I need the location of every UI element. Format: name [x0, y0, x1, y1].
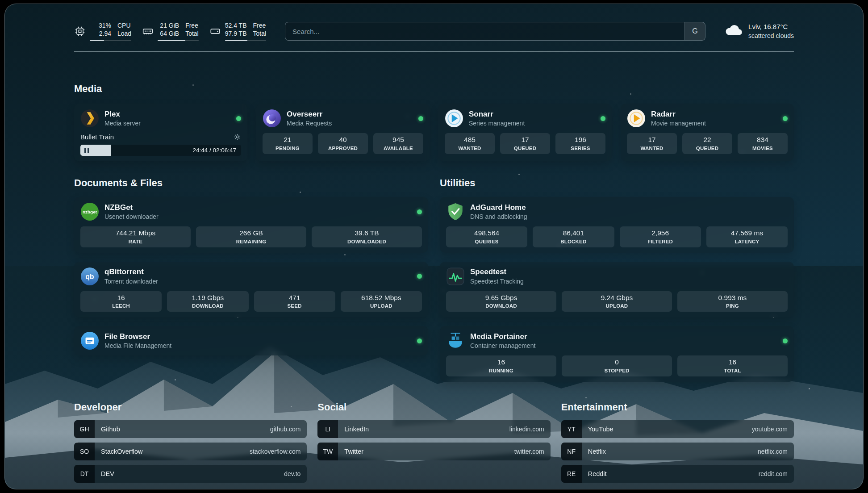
plex-now-playing: Bullet Train 24:44 / 02:06:4 — [80, 133, 241, 156]
section-title-utilities: Utilities — [440, 177, 794, 189]
stat-value: 1.19 Gbps — [169, 294, 246, 302]
overseerr-icon — [263, 109, 281, 128]
stat-value: 618.52 Mbps — [342, 294, 420, 302]
playback-time: 24:44 / 02:06:47 — [192, 147, 241, 154]
status-dot-online — [417, 338, 422, 343]
bookmark-dev[interactable]: DTDEVdev.to — [74, 465, 307, 483]
disk-icon — [209, 25, 221, 37]
bookmark-youtube[interactable]: YTYouTubeyoutube.com — [561, 420, 794, 438]
plex-progress-bar: 24:44 / 02:06:47 — [80, 145, 241, 156]
header-divider — [74, 51, 794, 52]
bookmark-netflix[interactable]: NFNetflixnetflix.com — [561, 443, 794, 460]
service-card-speedtest[interactable]: Speedtest Speedtest Tracking 9.65 GbpsDO… — [440, 262, 794, 318]
search-provider-button[interactable]: G — [684, 22, 705, 40]
service-card-filebrowser[interactable]: File Browser Media File Management — [74, 326, 428, 355]
section-documents: Documents & Files nzbget NZBGet Usenet d… — [74, 177, 428, 355]
bookmark-stackoverflow[interactable]: SOStackOverflowstackoverflow.com — [74, 443, 307, 460]
bookmark-abbr-badge: LI — [317, 420, 338, 438]
memory-free-value: 21 GiB — [160, 21, 179, 29]
service-stats: 16RUNNING0STOPPED16TOTAL — [446, 355, 788, 376]
stat-label: WANTED — [447, 146, 493, 151]
svg-text:nzbget: nzbget — [83, 209, 97, 214]
stat-value: 0 — [563, 358, 670, 367]
bookmark-abbr-badge: YT — [561, 420, 582, 438]
stat-box: 21PENDING — [263, 133, 313, 154]
bookmark-group-developer: Developer GHGithubgithub.comSOStackOverf… — [74, 401, 307, 487]
bookmark-list: LILinkedInlinkedin.comTWTwittertwitter.c… — [317, 420, 550, 460]
settings-gear-icon[interactable] — [234, 133, 241, 141]
stat-label: REMAINING — [198, 239, 305, 244]
bookmark-linkedin[interactable]: LILinkedInlinkedin.com — [317, 420, 550, 438]
stat-box: 9.65 GbpsDOWNLOAD — [446, 291, 556, 312]
service-name: File Browser — [104, 332, 171, 341]
status-dot-online — [783, 116, 788, 121]
stat-box: 39.6 TBDOWNLOADED — [312, 226, 422, 247]
search-input[interactable] — [285, 22, 684, 40]
stat-value: 471 — [256, 294, 334, 302]
stat-box: 834MOVIES — [738, 133, 788, 154]
memory-usage-bar — [158, 40, 199, 41]
stat-box: 485WANTED — [445, 133, 495, 154]
bookmark-name: YouTube — [582, 426, 620, 433]
bookmark-reddit[interactable]: RERedditreddit.com — [561, 465, 794, 483]
stat-label: FILTERED — [622, 239, 699, 244]
top-bar: 31% 2.94 CPU Load — [74, 21, 794, 42]
stat-label: DOWNLOADED — [313, 239, 420, 244]
stat-value: 945 — [375, 136, 421, 144]
plex-icon — [80, 109, 99, 128]
stat-box: 47.569 msLATENCY — [706, 226, 788, 247]
service-card-qbittorrent[interactable]: qb qBittorrent Torrent downloader 16LEEC… — [74, 262, 428, 318]
section-utilities: Utilities AdGuard Home DNS and adblockin… — [440, 177, 794, 382]
bookmarks-section: Developer GHGithubgithub.comSOStackOverf… — [74, 401, 794, 487]
adguard-icon — [446, 202, 465, 221]
service-card-plex[interactable]: Plex Media server Bullet Train — [74, 104, 247, 161]
stat-box: 16TOTAL — [677, 355, 788, 376]
stat-label: AVAILABLE — [375, 146, 421, 151]
stat-value: 16 — [448, 358, 555, 367]
stat-box: 40APPROVED — [318, 133, 368, 154]
bookmark-github[interactable]: GHGithubgithub.com — [74, 420, 307, 438]
stat-box: 22QUEUED — [682, 133, 732, 154]
section-media: Media Plex Media server — [74, 83, 794, 161]
stat-box: 266 GBREMAINING — [196, 226, 306, 247]
stat-box: 17WANTED — [627, 133, 677, 154]
status-dot-online — [236, 116, 241, 121]
speedtest-icon — [446, 267, 465, 286]
service-card-nzbget[interactable]: nzbget NZBGet Usenet downloader 744.21 M… — [74, 197, 428, 253]
bookmark-twitter[interactable]: TWTwittertwitter.com — [317, 443, 550, 460]
stat-label: MOVIES — [739, 146, 786, 151]
service-card-sonarr[interactable]: Sonarr Series management 485WANTED17QUEU… — [438, 104, 612, 161]
stat-box: 618.52 MbpsUPLOAD — [341, 291, 422, 312]
now-playing-title: Bullet Train — [80, 133, 114, 141]
svg-text:qb: qb — [85, 272, 94, 280]
cpu-label: CPU — [117, 21, 131, 29]
disk-widget: 52.4 TB 97.9 TB Free Total — [209, 21, 266, 41]
stat-box: 16RUNNING — [446, 355, 556, 376]
stat-value: 21 — [264, 136, 311, 144]
qbittorrent-icon: qb — [80, 267, 99, 286]
stat-label: PING — [679, 303, 786, 309]
pause-icon[interactable] — [84, 148, 89, 153]
service-card-overseerr[interactable]: Overseerr Media Requests 21PENDING40APPR… — [256, 104, 430, 161]
service-description: Usenet downloader — [104, 213, 159, 220]
service-name: Sonarr — [469, 110, 525, 119]
status-dot-online — [601, 116, 605, 121]
service-card-adguard[interactable]: AdGuard Home DNS and adblocking 498,564Q… — [440, 197, 794, 253]
stat-label: WANTED — [629, 146, 675, 151]
search-bar[interactable]: G — [285, 22, 705, 41]
memory-total-value: 64 GiB — [160, 29, 179, 38]
service-name: NZBGet — [104, 203, 159, 212]
bookmark-abbr-badge: SO — [74, 443, 95, 460]
stat-label: UPLOAD — [342, 303, 420, 309]
bookmark-name: Github — [95, 426, 126, 433]
service-description: Series management — [469, 120, 525, 127]
cpu-icon — [74, 25, 86, 37]
dashboard-window: 31% 2.94 CPU Load — [4, 4, 864, 489]
service-card-radarr[interactable]: Radarr Movie management 17WANTED22QUEUED… — [621, 104, 794, 161]
status-dot-online — [417, 209, 422, 214]
stat-value: 485 — [447, 136, 493, 144]
service-card-portainer[interactable]: Media Portainer Container management 16R… — [440, 326, 794, 382]
bookmark-url: github.com — [270, 426, 307, 433]
service-description: Media server — [104, 120, 141, 127]
stat-label: LATENCY — [708, 239, 786, 244]
